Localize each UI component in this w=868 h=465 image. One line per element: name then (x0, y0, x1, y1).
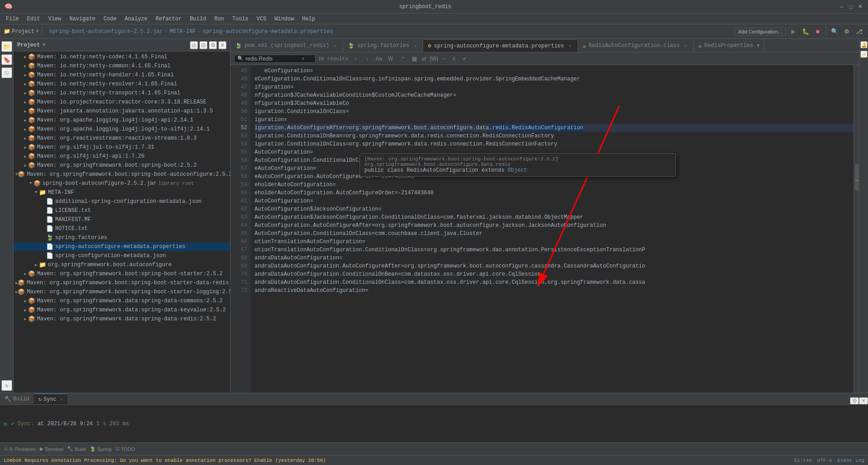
tree-item-log4j-slf4j[interactable]: ▶ 📦 Maven: org.apache.logging.log4j:log4… (14, 125, 230, 134)
taskbar-build-button[interactable]: 🔨 Build (67, 446, 85, 452)
search-filter-button[interactable]: ≡ (449, 54, 458, 63)
stop-button[interactable]: ■ (812, 26, 823, 37)
tree-item-netty-common[interactable]: ▶ 📦 Maven: io.netty:netty-common:4.1.65.… (14, 61, 230, 70)
search-regex-button[interactable]: .* (398, 54, 407, 63)
tree-item-spring-data-commons[interactable]: ▶ 📦 Maven: org.springframework.data:spri… (14, 296, 230, 305)
tree-item-slf4j-api[interactable]: ▶ 📦 Maven: org.slf4j:slf4j-api:1.7.26 (14, 152, 230, 161)
tree-item-spring-data-redis[interactable]: ▶ 📦 Maven: org.springframework.data:spri… (14, 315, 230, 324)
search-multiline-button[interactable]: ⋯ (439, 54, 448, 63)
tree-item-manifest[interactable]: 📄 MANIFEST.MF (14, 215, 230, 224)
editor-scrollbar[interactable] (854, 65, 859, 393)
tree-item-org-springframework[interactable]: ▶ 📁 org.springframework.boot.autoconfigu… (14, 260, 230, 269)
search-match-case-button[interactable]: Aa (374, 54, 383, 63)
tree-item-reactor[interactable]: ▶ 📦 Maven: io.projectreactor:reactor-cor… (14, 98, 230, 107)
tab-spring-autoconfigure-props[interactable]: ⚙ spring-autoconfigure-metadata.properti… (423, 39, 578, 52)
tab-close-pom[interactable]: ✕ (332, 42, 338, 49)
menu-refactor[interactable]: Refactor (152, 15, 185, 23)
tab-close-redis[interactable]: ✕ (683, 42, 689, 49)
tree-item-starter-redis[interactable]: ▶ 📦 Maven: org.springframework.boot:spri… (14, 278, 230, 287)
search-next-button[interactable]: ↓ (363, 54, 372, 63)
minimize-button[interactable]: ─ (838, 3, 845, 10)
tab-dropdown-arrow[interactable]: ▼ (757, 43, 760, 48)
menu-edit[interactable]: Edit (24, 15, 44, 23)
search-preserve-case-button[interactable]: ⇄ (420, 54, 429, 63)
code-editor[interactable]: 45 46 47 48 49 50 51 52 53 54 55 56 57 5… (231, 65, 859, 393)
menu-file[interactable]: File (2, 15, 23, 23)
tree-item-netty-resolver[interactable]: ▶ 📦 Maven: io.netty:netty-resolver:4.1.6… (14, 80, 230, 89)
search-prev-button[interactable]: ↑ (351, 54, 360, 63)
panel-collapse-icon[interactable]: ⊟ (199, 41, 208, 49)
panel-settings-icon[interactable]: ⚙ (209, 41, 217, 49)
tree-item-autoconfigure[interactable]: ▼ 📦 Maven: org.springframework.boot:spri… (14, 170, 230, 179)
tree-item-spring-boot[interactable]: ▶ 📦 Maven: org.springframework.boot:spri… (14, 161, 230, 170)
tab-redis-autoconfig[interactable]: ☕ RedisAutoConfiguration.class ✕ (578, 39, 694, 52)
menu-analyze[interactable]: Analyze (121, 15, 151, 23)
vcs-button[interactable]: ⎇ (854, 26, 864, 37)
maximize-button[interactable]: □ (847, 3, 854, 10)
taskbar-todo-button[interactable]: ☑ TODO (115, 446, 136, 452)
menu-view[interactable]: View (45, 15, 65, 23)
menu-vcs[interactable]: VCS (253, 15, 270, 23)
search-clear-icon[interactable]: ✕ (302, 56, 305, 61)
tree-item-netty-handler[interactable]: ▶ 📦 Maven: io.netty:netty-handler:4.1.65… (14, 70, 230, 80)
scrollbar-thumb[interactable] (855, 164, 859, 191)
tree-item-reactive[interactable]: ▶ 📦 Maven: org.reactivestreams:reactive-… (14, 134, 230, 143)
menu-build[interactable]: Build (186, 15, 210, 23)
right-icon-power[interactable]: ⚡ (860, 51, 868, 58)
event-log-link[interactable]: Event Log (838, 458, 864, 463)
tree-item-netty-codec[interactable]: ▶ 📦 Maven: io.netty:netty-codec:4.1.65.F… (14, 52, 230, 61)
bottom-tab-sync[interactable]: ↻ Sync ✕ (34, 394, 67, 404)
tree-item-spring-data-keyvalue[interactable]: ▶ 📦 Maven: org.springframework.data:spri… (14, 305, 230, 315)
tree-item-spring-factories[interactable]: 🍃 spring.factories (14, 233, 230, 242)
tree-item-netty-transport[interactable]: ▶ 📦 Maven: io.netty:netty-transport:4.1.… (14, 89, 230, 98)
taskbar-terminal-button[interactable]: ▶ Terminal (40, 446, 64, 452)
bottom-tab-build-label[interactable]: 🔨 Build (0, 394, 34, 404)
search-in-selection-button[interactable]: ▦ (410, 54, 419, 63)
tree-item-spring-autoconfigure-props[interactable]: 📄 spring-autoconfigure-metadata.properti… (14, 242, 230, 251)
tree-item-notice[interactable]: 📄 NOTICE.txt (14, 224, 230, 233)
menu-help[interactable]: Help (298, 15, 319, 23)
right-icon-notifications[interactable]: 🔔 (860, 41, 868, 48)
sync-close[interactable]: ✕ (60, 397, 63, 402)
tree-item-starter[interactable]: ▶ 📦 Maven: org.springframework.boot:spri… (14, 269, 230, 278)
tree-item-jakarta[interactable]: ▶ 📦 Maven: jakarta.annotation:jakarta.an… (14, 107, 230, 116)
search-close-icon[interactable]: ✔ (463, 55, 467, 62)
search-input[interactable] (245, 56, 300, 62)
tab-spring-factories[interactable]: 🍃 spring.factories ✕ (343, 39, 423, 52)
tree-item-meta-inf[interactable]: ▼ 📁 META-INF (14, 188, 230, 197)
tree-item-log4j-api[interactable]: ▶ 📦 Maven: org.apache.logging.log4j:log4… (14, 116, 230, 125)
settings-button[interactable]: ⚙ (841, 26, 852, 37)
tree-item-starter-logging[interactable]: ▶ 📦 Maven: org.springframework.boot:spri… (14, 287, 230, 296)
tab-pom-xml[interactable]: 🍃 pom.xml (springboot_redis) ✕ (231, 39, 343, 52)
close-button[interactable]: ✕ (856, 3, 863, 10)
taskbar-problems-button[interactable]: ⚠ 6: Problems (4, 446, 36, 452)
menu-run[interactable]: Run (211, 15, 228, 23)
bottom-close-icon[interactable]: ✕ (859, 397, 868, 404)
sidebar-bookmarks-icon[interactable]: 🔖 (1, 54, 12, 65)
search-word-boundary-button[interactable]: |W| (429, 54, 439, 63)
menu-code[interactable]: Code (100, 15, 120, 23)
menu-navigate[interactable]: Navigate (66, 15, 99, 23)
tab-redis-properties[interactable]: ☕ RedisProperties ▼ (694, 39, 764, 52)
sidebar-structure-icon[interactable]: ⊞ (1, 67, 12, 78)
panel-hide-icon[interactable]: ✕ (218, 41, 226, 49)
tree-item-spring-config-json[interactable]: 📄 spring-configuration-metadata.json (14, 251, 230, 260)
tree-item-license[interactable]: 📄 LICENSE.txt (14, 206, 230, 215)
tree-item-slf4j-jul[interactable]: ▶ 📦 Maven: org.slf4j:jul-to-slf4j:1.7.31 (14, 143, 230, 152)
run-button[interactable]: ▶ (788, 26, 799, 37)
add-configuration-button[interactable]: Add Configuration... (734, 28, 786, 36)
tree-item-additional-json[interactable]: 📄 additional-spring-configuration-metada… (14, 197, 230, 206)
tab-close-props[interactable]: ✕ (567, 43, 573, 49)
panel-locate-icon[interactable]: ◎ (190, 41, 198, 49)
tree-item-jar-root[interactable]: ▼ 📦 spring-boot-autoconfigure-2.5.2.jar … (14, 179, 230, 188)
sidebar-favorites-icon[interactable]: ★ (1, 380, 12, 391)
project-arrow[interactable]: ▼ (36, 29, 38, 34)
search-everywhere-button[interactable]: 🔍 (829, 26, 840, 37)
menu-tools[interactable]: Tools (229, 15, 252, 23)
bottom-settings-icon[interactable]: ⚙ (850, 397, 859, 404)
tooltip-link[interactable]: Object (508, 167, 527, 174)
debug-button[interactable]: 🐛 (800, 26, 811, 37)
sidebar-project-icon[interactable]: 📁 (1, 41, 12, 52)
menu-window[interactable]: Window (271, 15, 297, 23)
taskbar-spring-button[interactable]: 🍃 Spring (90, 446, 112, 452)
